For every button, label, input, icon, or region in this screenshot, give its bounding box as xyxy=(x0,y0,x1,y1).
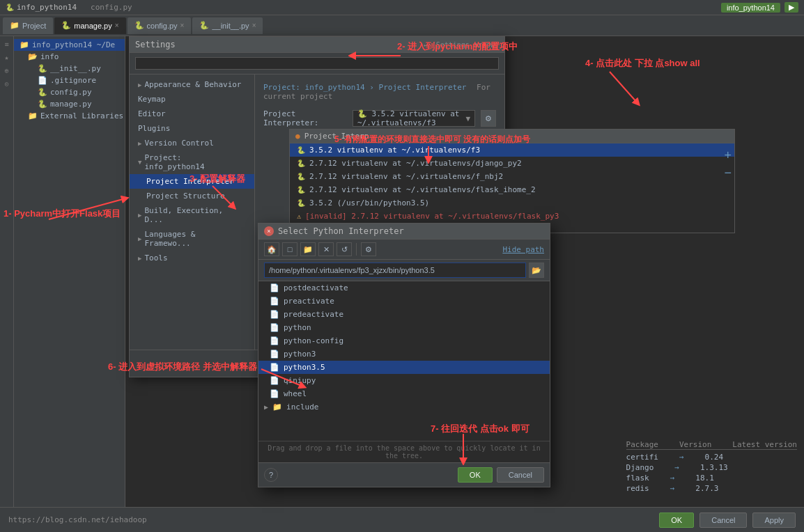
file-tree-gitignore[interactable]: 📄 .gitignore xyxy=(14,75,125,86)
file-label-8: wheel xyxy=(284,389,307,398)
breadcrumb: Project: info_python14 › Project Interpr… xyxy=(263,83,496,101)
dropdown-arrow: ▼ xyxy=(465,114,470,123)
gitignore-icon: 📄 xyxy=(38,76,47,85)
tab-close-icon[interactable]: × xyxy=(115,22,119,29)
file-tree-manage[interactable]: 🐍 manage.py xyxy=(14,98,125,110)
info-label: info xyxy=(40,52,59,61)
run-config-label[interactable]: info_python14 xyxy=(721,3,780,13)
settings-search xyxy=(130,53,504,75)
find-icon[interactable]: ⊙ xyxy=(3,79,10,89)
dialog-path-row: 📂 xyxy=(258,260,550,281)
dialog-cancel-btn[interactable]: Cancel xyxy=(497,467,544,483)
dialog-config-btn[interactable]: ⚙ xyxy=(361,242,376,256)
hide-path-link[interactable]: Hide path xyxy=(502,245,544,254)
pkg-col-latest: Latest version xyxy=(732,440,797,449)
file-python3[interactable]: 📄 python3 xyxy=(258,347,550,361)
pkg-version-redis: 2.7.3 xyxy=(695,484,718,493)
remove-interpreter-btn[interactable]: − xyxy=(724,166,732,180)
nav-project-structure[interactable]: Project Structure xyxy=(130,189,254,203)
run-button[interactable]: ▶ xyxy=(784,2,798,13)
nav-tools[interactable]: ▶ Tools xyxy=(130,251,254,265)
interp-item-3[interactable]: 🐍 2.7.12 virtualenv at ~/.virtualenvs/fl… xyxy=(290,183,734,196)
pkg-row-flask: flask → 18.1 xyxy=(626,474,797,483)
nav-icon[interactable]: ⊕ xyxy=(3,65,10,76)
file-python-config[interactable]: 📄 python-config xyxy=(258,334,550,347)
breadcrumb-text: Project: info_python14 › Project Interpr… xyxy=(263,83,466,92)
bottom-ok-btn[interactable]: OK xyxy=(659,513,694,528)
tab-init-close[interactable]: × xyxy=(252,22,256,29)
bottom-cancel-btn[interactable]: Cancel xyxy=(699,513,747,528)
interpreter-gear-btn[interactable]: ⚙ xyxy=(481,110,496,127)
tab-config-py[interactable]: 🐍 config.py × xyxy=(127,17,192,34)
file-qiniupy[interactable]: 📄 qiniupy xyxy=(258,374,550,387)
file-include-folder[interactable]: ▶ 📁 include xyxy=(258,400,550,414)
nav-arrow-project: ▼ xyxy=(138,159,141,166)
dialog-help-btn[interactable]: ? xyxy=(264,468,278,482)
file-python35[interactable]: 📄 python3.5 xyxy=(258,361,550,374)
file-tree-config[interactable]: 🐍 config.py xyxy=(14,86,125,98)
dialog-path-input[interactable] xyxy=(264,263,526,278)
interp-item-4[interactable]: 🐍 3.5.2 (/usr/bin/python3.5) xyxy=(290,196,734,210)
nav-build[interactable]: ▶ Build, Execution, D... xyxy=(130,203,254,227)
tab-init-py[interactable]: 🐍 __init__.py × xyxy=(192,17,263,34)
dialog-path-browse-btn[interactable]: 📂 xyxy=(529,263,544,278)
nav-project[interactable]: ▼ Project: info_python14 xyxy=(130,150,254,174)
tab-manage-py[interactable]: 🐍 manage.py × xyxy=(54,17,125,34)
file-label-5: python3 xyxy=(284,350,316,359)
file-tree-info[interactable]: 📂 info xyxy=(14,51,125,63)
py-file-icon: 🐍 xyxy=(61,21,71,30)
nav-editor[interactable]: Editor xyxy=(130,107,254,121)
interpreter-select[interactable]: 🐍 3.5.2 virtualenv at ~/.virtualenvs/f3 … xyxy=(353,110,475,127)
folder-icon-include: 📁 xyxy=(272,402,282,412)
manage-label: manage.py xyxy=(50,100,92,109)
dialog-view-btn[interactable]: □ xyxy=(282,242,297,256)
nav-vcs[interactable]: ▶ Version Control xyxy=(130,136,254,150)
interp-label-3: 2.7.12 virtualenv at ~/.virtualenvs/flas… xyxy=(309,185,536,194)
interp-item-5[interactable]: ⚠ [invalid] 2.7.12 virtualenv at ~/.virt… xyxy=(290,210,734,223)
nav-label-tools: Tools xyxy=(144,253,167,263)
nav-label-keymap: Keymap xyxy=(138,95,166,104)
file-postdeactivate[interactable]: 📄 postdeactivate xyxy=(258,281,550,295)
dialog-ok-btn[interactable]: OK xyxy=(458,467,493,483)
dialog-home-btn[interactable]: 🏠 xyxy=(264,242,279,256)
structure-icon[interactable]: ≡ xyxy=(3,39,10,49)
nav-languages[interactable]: ▶ Languages & Framewo... xyxy=(130,227,254,251)
bottom-apply-btn[interactable]: Apply xyxy=(752,513,796,528)
dialog-close-btn[interactable]: × xyxy=(264,226,274,236)
interp-item-2[interactable]: 🐍 2.7.12 virtualenv at ~/.virtualenvs/f_… xyxy=(290,170,734,183)
nav-appearance[interactable]: ▶ Appearance & Behavior xyxy=(130,77,254,92)
interp-list-title: Project Interp xyxy=(304,132,369,141)
tab-config-close[interactable]: × xyxy=(180,22,185,29)
pkg-version-flask: 18.1 xyxy=(695,474,714,483)
file-tree-ext-libs[interactable]: 📁 External Libraries xyxy=(14,110,125,122)
file-python[interactable]: 📄 python xyxy=(258,321,550,334)
settings-arrow: ← (Settings arrow) xyxy=(424,41,499,49)
py-icon-2: 🐍 xyxy=(297,173,305,180)
settings-search-input[interactable] xyxy=(135,57,499,70)
file-tree-init[interactable]: 🐍 __init__.py xyxy=(14,63,125,75)
dialog-delete-btn[interactable]: ✕ xyxy=(318,242,334,256)
bookmark-icon[interactable]: ★ xyxy=(3,52,10,63)
file-tree-root[interactable]: 📁 info_python14 ~/De xyxy=(14,39,125,51)
nav-plugins[interactable]: Plugins xyxy=(130,121,254,136)
package-table-bg: Package Version Latest version certifi →… xyxy=(626,440,797,494)
interp-item-1[interactable]: 🐍 2.7.12 virtualenv at ~/.virtualenvs/dj… xyxy=(290,157,734,170)
file-preactivate[interactable]: 📄 preactivate xyxy=(258,295,550,308)
nav-arrow-build: ▶ xyxy=(138,212,141,219)
interp-item-0[interactable]: 🐍 3.5.2 virtualenv at ~/.virtualenvs/f3 xyxy=(290,143,734,157)
add-interpreter-btn[interactable]: + xyxy=(724,149,732,162)
file-icon-8: 📄 xyxy=(270,389,279,398)
nav-keymap[interactable]: Keymap xyxy=(130,92,254,107)
file-label-6: python3.5 xyxy=(284,363,325,372)
tab-project[interactable]: 📁 Project xyxy=(3,17,53,34)
config-file: config.py xyxy=(91,3,132,12)
file-predeactivate[interactable]: 📄 predeactivate xyxy=(258,308,550,321)
py-file-icon-3: 🐍 xyxy=(199,21,209,30)
nav-label-interpreter: Project Interpreter xyxy=(146,177,234,186)
dialog-action-btns: OK Cancel xyxy=(458,467,544,483)
dialog-folder-btn[interactable]: 📁 xyxy=(300,242,316,256)
file-icon-4: 📄 xyxy=(270,336,279,345)
nav-project-interpreter[interactable]: Project Interpreter xyxy=(130,174,254,189)
dialog-refresh-btn[interactable]: ↺ xyxy=(337,242,352,256)
file-wheel[interactable]: 📄 wheel xyxy=(258,387,550,400)
